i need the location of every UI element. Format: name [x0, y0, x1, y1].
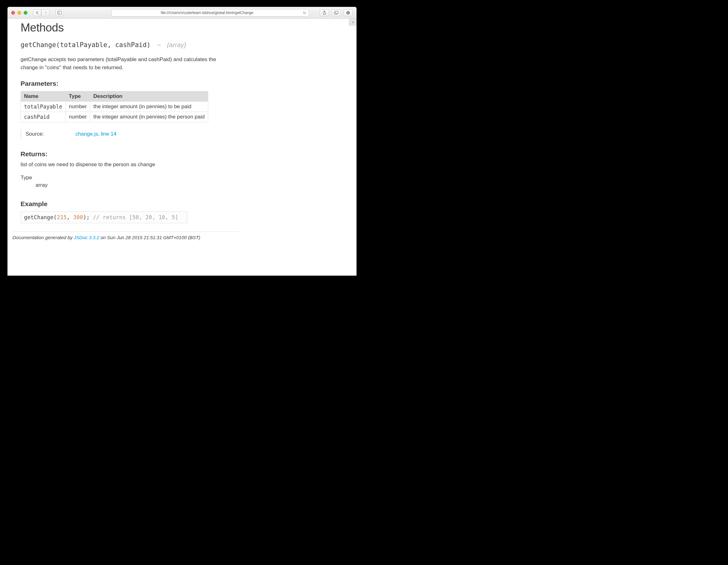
back-button[interactable]	[33, 9, 41, 16]
param-type: number	[65, 101, 90, 112]
method-name: getChange	[21, 41, 56, 49]
share-button[interactable]	[320, 9, 329, 16]
footer: Documentation generated by JSDoc 3.3.2 o…	[12, 235, 348, 244]
svg-rect-3	[335, 11, 338, 14]
tabs-button[interactable]	[332, 9, 341, 16]
returns-heading: Returns:	[21, 150, 348, 158]
returns-description: list of coins we need to dispense to the…	[21, 161, 348, 168]
jsdoc-link[interactable]: JSDoc 3.3.2	[74, 235, 99, 240]
title-bar: file:///Users/n/code/learn-tdd/out/globa…	[7, 7, 357, 19]
return-type: {array}	[167, 41, 186, 48]
example-code: getChange(215, 300); // returns [50, 20,…	[21, 211, 187, 223]
traffic-lights	[11, 11, 27, 15]
table-row: cashPaid number the integer amount (in p…	[21, 112, 208, 122]
param-desc: the integer amount (in pennies) to be pa…	[90, 101, 208, 112]
forward-button[interactable]	[41, 9, 50, 16]
downloads-button[interactable]	[343, 9, 353, 16]
url-bar[interactable]: file:///Users/n/code/learn-tdd/out/globa…	[111, 9, 309, 17]
parameters-heading: Parameters:	[21, 80, 348, 87]
toolbar-right	[320, 9, 353, 16]
arrow-icon: →	[156, 41, 162, 48]
table-header-row: Name Type Description	[21, 91, 208, 101]
param-desc: the integer amount (in pennies) the pers…	[90, 112, 208, 122]
table-row: totalPayable number the integer amount (…	[21, 101, 208, 112]
method-description: getChange accepts two parameters (totalP…	[21, 55, 226, 72]
browser-window: file:///Users/n/code/learn-tdd/out/globa…	[7, 7, 357, 275]
param-name: totalPayable	[21, 101, 66, 112]
source-label: Source:	[26, 131, 75, 137]
method-signature: getChange(totalPayable, cashPaid) → {arr…	[21, 41, 348, 49]
example-heading: Example	[21, 200, 348, 208]
page-content: Methods getChange(totalPayable, cashPaid…	[7, 19, 357, 275]
return-type-value: array	[36, 182, 348, 188]
reload-icon[interactable]: ↻	[303, 10, 306, 15]
methods-heading: Methods	[21, 21, 348, 34]
col-name: Name	[21, 91, 66, 101]
col-type: Type	[65, 91, 90, 101]
minimize-icon[interactable]	[17, 11, 21, 15]
param-name: cashPaid	[21, 112, 66, 122]
source-line-link[interactable]: line 14	[101, 131, 117, 137]
divider	[12, 231, 240, 232]
sidebar-toggle-button[interactable]	[55, 9, 64, 16]
url-text: file:///Users/n/code/learn-tdd/out/globa…	[161, 11, 253, 15]
col-desc: Description	[90, 91, 208, 101]
svg-rect-0	[58, 11, 62, 14]
method-params: (totalPayable, cashPaid)	[56, 41, 151, 49]
return-type-label: Type	[21, 175, 348, 181]
new-tab-button[interactable]: +	[349, 19, 357, 26]
maximize-icon[interactable]	[24, 11, 27, 15]
nav-buttons	[33, 9, 50, 16]
param-type: number	[65, 112, 90, 122]
source-row: Source: change.js, line 14	[21, 130, 348, 138]
source-file-link[interactable]: change.js	[75, 131, 98, 137]
parameters-table: Name Type Description totalPayable numbe…	[21, 91, 208, 122]
source-value: change.js, line 14	[75, 131, 117, 137]
close-icon[interactable]	[11, 11, 15, 15]
